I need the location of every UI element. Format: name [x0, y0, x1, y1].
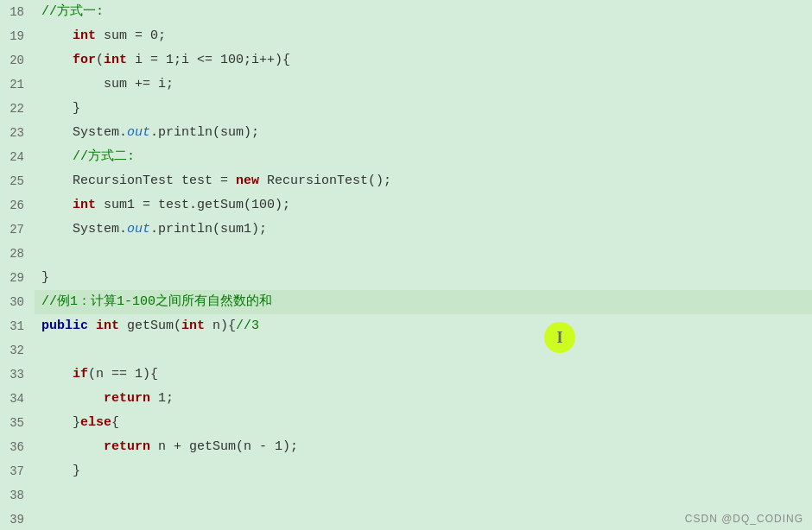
line-content: System.out.println(sum); [35, 121, 812, 145]
line-number: 32 [0, 338, 35, 363]
line-content: //例1：计算1-100之间所有自然数的和 [35, 290, 812, 314]
line-content [35, 483, 812, 508]
line-content: }else{ [35, 411, 812, 435]
line-number: 36 [0, 435, 35, 459]
line-content: public int getSum(int n){//3 [35, 314, 812, 338]
line-content: for(int i = 1;i <= 100;i++){ [35, 48, 812, 73]
line-number: 18 [0, 0, 35, 24]
line-content: //方式二: [35, 145, 812, 169]
cursor-circle [544, 322, 575, 353]
line-number: 26 [0, 193, 35, 218]
line-content: return 1; [35, 387, 812, 411]
line-number: 34 [0, 387, 35, 411]
line-number: 29 [0, 266, 35, 290]
line-number: 25 [0, 169, 35, 193]
line-number: 22 [0, 97, 35, 121]
line-number: 27 [0, 218, 35, 242]
line-number: 38 [0, 483, 35, 508]
line-content: int sum = 0; [35, 24, 812, 48]
line-content: } [35, 97, 812, 121]
line-number: 39 [0, 508, 35, 530]
line-content [35, 242, 812, 266]
line-number: 20 [0, 48, 35, 73]
watermark: CSDN @DQ_CODING [685, 513, 803, 525]
line-number: 23 [0, 121, 35, 145]
line-number: 24 [0, 145, 35, 169]
line-content: System.out.println(sum1); [35, 218, 812, 242]
line-content [35, 338, 812, 363]
line-number: 28 [0, 242, 35, 266]
line-content: return n + getSum(n - 1); [35, 435, 812, 459]
line-number: 21 [0, 73, 35, 97]
line-content: } [35, 459, 812, 483]
code-editor: 18//方式一:19 int sum = 0;20 for(int i = 1;… [0, 0, 812, 530]
line-number: 37 [0, 459, 35, 483]
line-content: sum += i; [35, 73, 812, 97]
line-content: RecursionTest test = new RecursionTest()… [35, 169, 812, 193]
line-content: } [35, 266, 812, 290]
line-content: //方式一: [35, 0, 812, 24]
line-content: int sum1 = test.getSum(100); [35, 193, 812, 218]
line-number: 33 [0, 363, 35, 387]
line-number: 19 [0, 24, 35, 48]
line-number: 30 [0, 290, 35, 314]
code-table: 18//方式一:19 int sum = 0;20 for(int i = 1;… [0, 0, 812, 530]
line-number: 31 [0, 314, 35, 338]
line-content: if(n == 1){ [35, 363, 812, 387]
line-number: 35 [0, 411, 35, 435]
